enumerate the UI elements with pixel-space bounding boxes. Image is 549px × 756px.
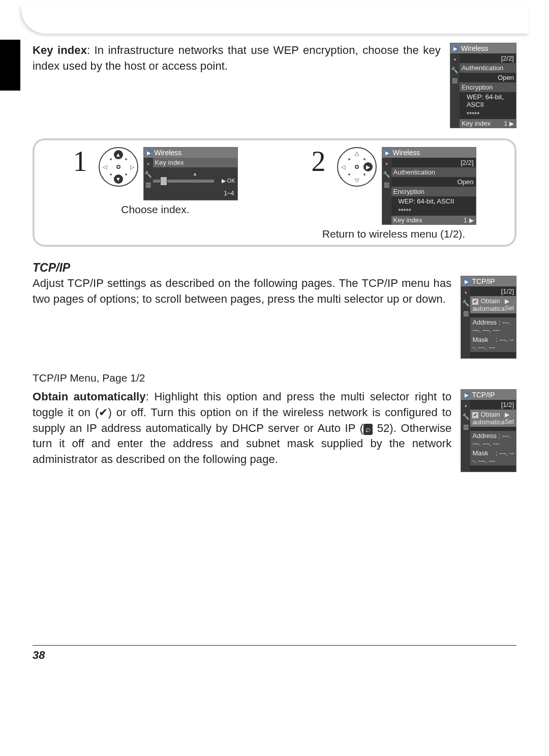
lcd-enc-mask: ***** [460,109,516,119]
lcd-tcpip-page: [1/2] [501,287,514,295]
dpad-right-icon: ▷ [130,164,134,170]
play-icon: ▶ [463,392,470,398]
lcd-tcpip2-title: TCP/IP [472,391,495,399]
lcd-wireless-keyindex: ▶ Wireless • 🔧 ▥ [2/2] Authentication Op… [450,43,516,128]
caret-up-icon: ▲ [193,171,198,177]
card-icon: ▥ [463,310,469,317]
lcd-auth-label: Authentication [460,63,516,73]
dot-icon: • [465,289,467,297]
play-icon: ▶ [146,150,152,156]
lcd-step2-auth-label: Authentication [391,167,476,177]
lcd-keyindex-row: Key index 1 ▶ [460,119,516,128]
step-2: 2 △ ▽ ◁ ▶ ▶Wireless •🔧▥ [2/2] Authen [278,147,510,240]
lcd-step1-range: 1~4 [153,188,237,200]
tcpip-menu12-heading: TCP/IP Menu, Page 1/2 [33,372,516,384]
steps-frame: 1 ▲ ▼ ◁ ▷ ▶Wireless •🔧▥ Key index [33,138,516,247]
dot-icon: • [147,161,149,168]
card-icon: ▥ [452,77,458,84]
lcd-keyindex-label: Key index [462,120,491,127]
lcd-step1: ▶Wireless •🔧▥ Key index ▲ ▶ OK [143,147,238,200]
wrench-icon: 🔧 [383,171,390,178]
lcd-step2-keyindex-label: Key index [393,216,422,224]
lcd-enc-label: Encryption [460,82,516,92]
obtain-pgref: 52 [377,422,390,434]
obtain-label: Obtain automatically [33,390,146,403]
footer-rule [33,645,516,646]
play-icon: ▶ [463,278,470,285]
tcpip-paragraph: Adjust TCP/IP settings as described on t… [33,276,451,307]
lcd-step2-enc-mask: ***** [391,206,476,216]
lcd-page: [2/2] [501,54,514,62]
wrench-icon: 🔧 [451,67,459,74]
lcd-tcpip2-mask: Mask : ---. ---. ---. --- [470,448,516,466]
dot-icon: • [385,161,387,168]
lcd-step2-title: Wireless [393,149,420,157]
dot-icon: • [465,403,467,410]
card-icon: ▥ [384,181,389,188]
multi-selector-dpad: △ ▽ ◁ ▶ [337,147,377,187]
lcd-step2-page: [2/2] [461,159,473,166]
page-number: 38 [33,649,516,662]
lcd-step1-slider: ▲ ▶ OK [153,167,237,188]
lcd-step2: ▶Wireless •🔧▥ [2/2] Authentication Open … [382,147,476,225]
lcd-step2-enc-label: Encryption [391,187,476,196]
lcd-tcpip2-address: Address : ---. ---. ---. --- [470,431,516,448]
step1-caption: Choose index. [121,203,189,216]
chevron-right-icon: ▶ [469,217,474,224]
step2-number: 2 [312,147,332,176]
checkbox-icon: ✔ [472,412,478,418]
dpad-up-icon: ▲ [114,150,123,159]
lcd-step2-auth-value: Open [391,177,476,187]
play-icon: ▶ [384,150,391,156]
step2-caption: Return to wireless menu (1/2). [322,228,465,240]
card-icon: ▥ [145,181,151,188]
lcd-step2-keyindex-value: 1 [464,216,467,224]
wrench-icon: 🔧 [144,171,152,178]
lcd-keyindex-value: 1 [504,120,507,127]
dot-icon: • [454,56,456,64]
lcd-step1-ok: ▶ OK [222,178,237,184]
lcd-titlebar: ▶ Wireless [450,43,516,53]
dpad-center-icon [355,165,359,169]
dpad-up-icon: △ [355,150,359,157]
keyindex-text: : In infrastructure networks that use WE… [33,44,441,72]
tcpip-heading: TCP/IP [33,261,516,275]
checkbox-icon: ✔ [472,299,478,305]
wrench-icon: 🔧 [462,413,470,420]
step-1: 1 ▲ ▼ ◁ ▷ ▶Wireless •🔧▥ Key index [39,147,271,240]
obtain-paragraph: Obtain automatically: Highlight this opt… [33,389,451,468]
lcd-tcpip2-set: ▶ Set [505,411,514,425]
wrench-icon: 🔧 [462,300,470,307]
thumb-tab [0,40,20,91]
dpad-center-icon [116,165,120,169]
lcd-step1-sub: Key index [153,158,237,167]
lcd-tcpip-title: TCP/IP [472,277,495,285]
dpad-left-icon: ◁ [103,164,107,170]
page-ref-icon: ⌕ [363,424,373,435]
lcd-tcpip2-page: [1/2] [501,401,514,409]
lcd-tcpip-address: Address : ---. ---. ---. --- [470,317,516,335]
page-corner-shadow [21,5,529,34]
check-icon: ✔ [99,406,108,419]
lcd-tcpip-set: ▶ Set [505,298,514,312]
lcd-tcpip-2: ▶TCP/IP •🔧▥ [1/2] ✔Obtain automatica ▶ S… [461,389,516,472]
chevron-right-icon: ▶ [509,120,514,127]
multi-selector-dpad: ▲ ▼ ◁ ▷ [99,147,138,187]
lcd-tcpip-obtain-row: ✔Obtain automatica ▶ Set [470,296,516,313]
dpad-left-icon: ◁ [341,164,345,170]
keyindex-label: Key index [33,44,87,56]
lcd-step2-enc-value: WEP: 64-bit, ASCII [391,196,476,206]
lcd-tcpip-mask: Mask : ---. ---. ---. --- [470,335,516,352]
lcd-auth-value: Open [460,73,516,82]
lcd-enc-value: WEP: 64-bit, ASCII [460,92,516,109]
dpad-down-icon: ▼ [114,175,123,184]
dpad-right-icon: ▶ [363,162,373,171]
lcd-title: Wireless [461,44,489,52]
manual-page: Key index: In infrastructure networks th… [0,0,549,756]
lcd-step1-title: Wireless [155,149,182,157]
step1-number: 1 [73,147,94,176]
card-icon: ▥ [463,423,469,430]
keyindex-paragraph: Key index: In infrastructure networks th… [33,43,441,74]
dpad-down-icon: ▽ [355,177,359,184]
lcd-tcpip-1: ▶TCP/IP •🔧▥ [1/2] ✔Obtain automatica ▶ S… [461,276,516,359]
